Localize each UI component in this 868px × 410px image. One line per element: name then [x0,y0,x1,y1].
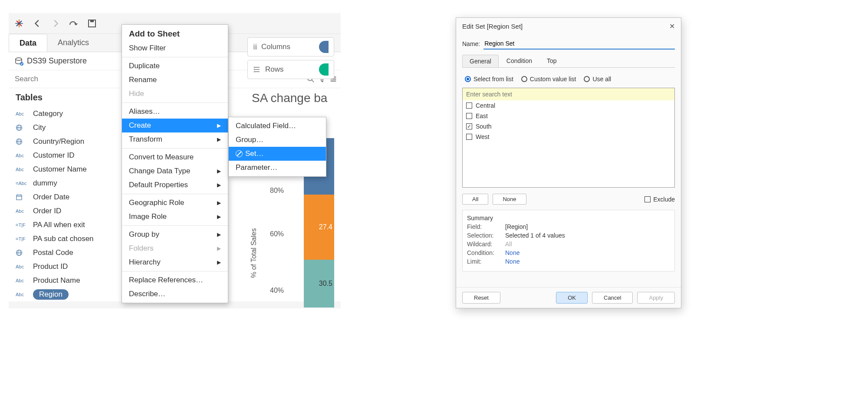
tab-top[interactable]: Top [540,55,564,67]
menu-aliases[interactable]: Aliases… [122,105,228,119]
menu-convert-to-measure[interactable]: Convert to Measure [122,150,228,164]
menu-describe[interactable]: Describe… [122,287,228,301]
segment-label: 30.5 [319,280,332,288]
checkbox-icon [466,123,472,129]
reset-button[interactable]: Reset [462,292,500,304]
close-icon[interactable]: ✕ [669,22,675,30]
tab-analytics[interactable]: Analytics [47,34,99,52]
field-label: PA All when exit [33,221,85,229]
y-tick-60: 60% [270,230,284,238]
menu-geographic-role[interactable]: Geographic Role▶ [122,196,228,210]
save-icon[interactable] [87,18,97,29]
member-label: West [476,133,490,140]
type-abc-icon: Abc [16,278,29,283]
select-none-button[interactable]: None [493,194,526,205]
tab-general[interactable]: General [462,55,499,67]
undo-redo-icon[interactable] [69,18,79,29]
type-calc-abc-icon: =Abc [16,181,29,186]
summary-condition-label: Condition: [467,249,502,256]
y-axis-label: % of Total Sales [250,228,258,278]
type-globe-icon [16,124,29,131]
menu-add-to-sheet[interactable]: Add to Sheet [122,26,228,41]
type-abc-icon: Abc [16,208,29,214]
member-option[interactable]: East [463,111,674,121]
type-globe-icon [16,138,29,145]
rows-shelf[interactable]: Rows [247,60,334,79]
menu-show-filter[interactable]: Show Filter [122,41,228,55]
exclude-checkbox[interactable]: Exclude [644,196,675,203]
submenu-arrow-icon: ▶ [217,182,221,188]
radio-select-from-list[interactable]: Select from list [465,76,513,83]
menu-hierarchy[interactable]: Hierarchy▶ [122,255,228,269]
menu-rename[interactable]: Rename [122,73,228,87]
members-search-input[interactable] [463,88,674,100]
menu-replace-references[interactable]: Replace References… [122,273,228,287]
apply-button[interactable]: Apply [637,292,675,304]
submenu-arrow-icon: ▶ [217,214,221,220]
menu-duplicate[interactable]: Duplicate [122,59,228,73]
svg-point-31 [254,71,255,73]
menu-create[interactable]: Create▶ [122,119,228,132]
field-label: Product ID [33,262,68,271]
summary-limit-label: Limit: [467,258,502,265]
radio-use-all[interactable]: Use all [584,76,611,83]
submenu-group[interactable]: Group… [229,133,326,147]
selection-mode-row: Select from list Custom value list Use a… [465,76,675,83]
set-icon [236,150,243,157]
y-tick-80: 80% [270,187,284,195]
summary-title: Summary [467,215,670,222]
back-icon[interactable] [32,18,43,29]
type-abc-icon: Abc [16,292,29,297]
svg-point-29 [254,67,255,68]
submenu-calculated-field[interactable]: Calculated Field… [229,119,326,133]
svg-point-6 [16,58,22,60]
type-abc-icon: Abc [16,264,29,269]
columns-icon: iii [253,43,257,52]
summary-field-value: [Region] [505,223,528,230]
worksheet-title: SA change ba [252,91,327,105]
menu-transform[interactable]: Transform▶ [122,132,228,146]
select-all-button[interactable]: All [462,194,488,205]
submenu-parameter[interactable]: Parameter… [229,161,326,175]
cancel-button[interactable]: Cancel [592,292,633,304]
member-option[interactable]: Central [463,100,674,111]
radio-custom-value-list[interactable]: Custom value list [521,76,576,83]
member-label: East [476,112,488,119]
menu-change-data-type[interactable]: Change Data Type▶ [122,164,228,178]
forward-icon[interactable] [50,18,61,29]
set-name-input[interactable] [483,38,675,50]
members-listbox: Central East South West [462,88,675,188]
submenu-arrow-icon: ▶ [217,231,221,238]
type-globe-icon [16,249,29,256]
summary-condition-link[interactable]: None [505,249,519,256]
summary-selection-value: Selected 1 of 4 values [505,232,565,239]
columns-shelf[interactable]: iii Columns [247,37,334,56]
svg-point-30 [254,69,255,70]
submenu-arrow-icon: ▶ [217,200,221,206]
dialog-tabs: General Condition Top [462,55,675,68]
menu-image-role[interactable]: Image Role▶ [122,210,228,224]
dialog-footer: Reset OK Cancel Apply [456,287,681,308]
submenu-set[interactable]: Set… [229,147,326,161]
menu-default-properties[interactable]: Default Properties▶ [122,178,228,192]
tab-data[interactable]: Data [9,34,47,52]
summary-limit-link[interactable]: None [505,258,519,265]
member-label: South [476,123,492,130]
shelf-pill-icon [319,63,329,76]
field-label: dummy [33,179,57,188]
field-context-menu: Add to Sheet Show Filter Duplicate Renam… [122,24,228,303]
edit-set-dialog: Edit Set [Region Set] ✕ Name: General Co… [456,17,681,308]
summary-wildcard-label: Wildcard: [467,241,502,248]
member-option[interactable]: South [463,121,674,132]
submenu-arrow-icon: ▶ [217,136,221,142]
checkbox-icon [466,134,472,140]
ok-button[interactable]: OK [556,292,588,304]
member-label: Central [476,102,495,109]
create-submenu: Calculated Field… Group… Set… Parameter… [228,117,326,177]
menu-group-by[interactable]: Group by▶ [122,228,228,241]
columns-label: Columns [261,43,290,51]
checkbox-icon [466,113,472,119]
member-option[interactable]: West [463,132,674,142]
type-abc-icon: Abc [16,111,29,116]
tab-condition[interactable]: Condition [500,55,539,67]
